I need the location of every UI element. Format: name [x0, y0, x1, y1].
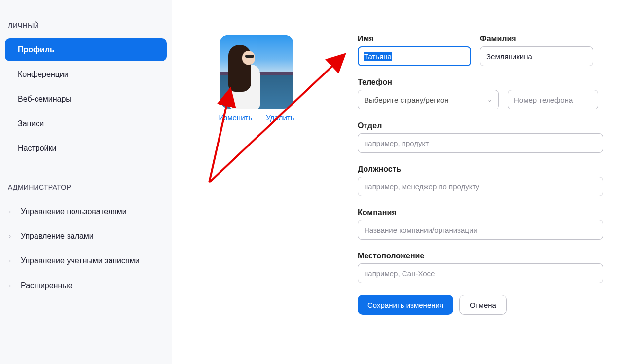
last-name-label: Фамилия: [480, 35, 593, 43]
sidebar-item-user-management[interactable]: ›Управление пользователями: [5, 200, 167, 223]
position-input[interactable]: [358, 177, 603, 196]
cancel-button[interactable]: Отмена: [459, 295, 507, 315]
profile-form: Имя Татьяна Фамилия Телефон Выберите стр…: [358, 35, 603, 315]
sidebar-section-admin: АДМИНИСТРАТОР: [5, 177, 167, 198]
sidebar-item-account-management[interactable]: ›Управление учетными записями: [5, 250, 167, 272]
sidebar: ЛИЧНЫЙ Профиль Конференции Веб-семинары …: [0, 0, 172, 364]
phone-input[interactable]: [508, 90, 598, 109]
avatar-delete-link[interactable]: Удалить: [266, 113, 294, 122]
location-input[interactable]: [358, 263, 603, 283]
sidebar-item-room-management[interactable]: ›Управление залами: [5, 225, 167, 248]
last-name-input[interactable]: [480, 46, 593, 66]
location-label: Местоположение: [358, 252, 603, 260]
sidebar-item-profile[interactable]: Профиль: [5, 38, 167, 61]
department-input[interactable]: [358, 133, 603, 153]
sidebar-item-advanced[interactable]: ›Расширенные: [5, 274, 167, 297]
company-input[interactable]: [358, 220, 603, 240]
avatar-image: [220, 35, 293, 109]
sidebar-item-meetings[interactable]: Конференции: [5, 63, 167, 86]
chevron-right-icon: ›: [9, 282, 18, 289]
avatar: [220, 35, 293, 109]
sidebar-item-webinars[interactable]: Веб-семинары: [5, 88, 167, 110]
first-name-input[interactable]: Татьяна: [358, 46, 471, 66]
avatar-column: Изменить Удалить: [220, 35, 293, 122]
main-content: Изменить Удалить Имя Татьяна Фамилия: [172, 0, 623, 364]
company-label: Компания: [358, 208, 603, 217]
first-name-label: Имя: [358, 35, 471, 43]
sidebar-section-personal: ЛИЧНЫЙ: [5, 15, 167, 36]
chevron-right-icon: ›: [9, 208, 18, 215]
chevron-down-icon: ⌄: [487, 96, 492, 103]
sidebar-item-recordings[interactable]: Записи: [5, 112, 167, 135]
save-button[interactable]: Сохранить изменения: [358, 295, 453, 315]
chevron-right-icon: ›: [9, 233, 18, 240]
phone-label: Телефон: [358, 78, 603, 87]
department-label: Отдел: [358, 121, 603, 130]
sidebar-item-settings[interactable]: Настройки: [5, 137, 167, 160]
country-select[interactable]: Выберите страну/регион ⌄: [358, 90, 499, 109]
avatar-change-link[interactable]: Изменить: [219, 113, 253, 122]
position-label: Должность: [358, 165, 603, 174]
chevron-right-icon: ›: [9, 257, 18, 264]
